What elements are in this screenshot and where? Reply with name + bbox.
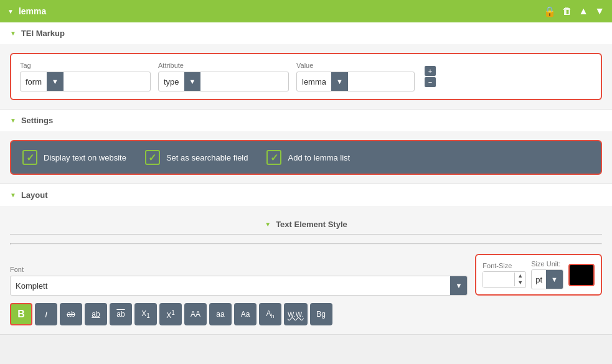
minus-button[interactable]: − [425, 77, 436, 87]
lock-icon[interactable]: 🔒 [544, 6, 556, 17]
value-dropdown-button[interactable]: ▼ [331, 72, 348, 91]
layout-body: ▼ Text Element Style Font Komplett ▼ [0, 206, 612, 334]
layout-collapse-icon[interactable]: ▼ [10, 192, 16, 198]
font-value: Komplett [11, 278, 450, 294]
bold-icon: B [17, 309, 25, 320]
underline-button[interactable]: ab [85, 303, 107, 325]
display-text-checkbox[interactable] [22, 150, 37, 165]
uppercase-icon: AA [191, 310, 200, 319]
plus-button[interactable]: + [425, 66, 436, 76]
searchable-field-item: Set as searchable field [145, 150, 248, 165]
capitalize-button[interactable]: Aa [234, 303, 257, 325]
italic-button[interactable]: I [35, 303, 57, 325]
font-size-input[interactable]: 16 [483, 272, 514, 287]
header-right: 🔒 🗑 ▲ ▼ [544, 6, 605, 17]
searchable-field-checkbox[interactable] [145, 150, 160, 165]
tag-dropdown-button[interactable]: ▼ [47, 72, 64, 91]
value-field-group: Value lemma ▼ [296, 62, 415, 91]
layout-header: ▼ Layout [0, 184, 612, 206]
font-size-input-wrap: 16 ▲ ▼ [483, 271, 526, 288]
capitalize-icon: Aa [241, 310, 250, 319]
highlight-button[interactable]: Ah [259, 303, 281, 325]
searchable-field-label: Set as searchable field [166, 153, 248, 162]
layout-section: ▼ Layout ▼ Text Element Style Font Kompl… [0, 184, 612, 335]
attribute-dropdown-button[interactable]: ▼ [184, 72, 201, 91]
overline-icon: ab [116, 310, 125, 319]
tag-value: form [21, 73, 47, 90]
header-left: ▼ lemma [7, 6, 46, 16]
value-label: Value [296, 62, 415, 69]
move-up-icon[interactable]: ▲ [578, 6, 588, 17]
lemma-list-item: Add to lemma list [266, 150, 350, 165]
settings-box: Display text on website Set as searchabl… [10, 140, 602, 175]
text-element-style-header: ▼ Text Element Style [10, 215, 602, 235]
italic-icon: I [45, 310, 47, 319]
overline-button[interactable]: ab [110, 303, 132, 325]
superscript-button[interactable]: X1 [159, 303, 182, 325]
lemma-list-checkbox[interactable] [266, 150, 281, 165]
tei-markup-body: Tag form ▼ Attribute type ▼ Valu [0, 44, 612, 109]
tes-collapse-icon[interactable]: ▼ [265, 221, 271, 228]
settings-header: ▼ Settings [0, 110, 612, 131]
tei-markup-section: ▼ TEI Markup Tag form ▼ Attribute type [0, 22, 612, 110]
subscript-button[interactable]: X1 [134, 303, 157, 325]
lowercase-icon: aa [216, 310, 224, 319]
header-title: lemma [19, 6, 46, 16]
display-text-item: Display text on website [22, 150, 126, 165]
font-row: Font Komplett ▼ Font-Size 16 ▲ [10, 254, 602, 296]
strikethrough-button[interactable]: ab [60, 303, 82, 325]
font-size-field: Font-Size 16 ▲ ▼ [483, 262, 526, 288]
strikethrough-icon: ab [67, 310, 75, 319]
font-label: Font [10, 266, 468, 273]
tei-markup-header: ▼ TEI Markup [0, 22, 612, 44]
tag-select-wrapper: form ▼ [20, 72, 151, 91]
uppercase-button[interactable]: AA [184, 303, 207, 325]
attribute-label: Attribute [158, 62, 289, 69]
settings-label: Settings [21, 116, 53, 125]
font-size-down-button[interactable]: ▼ [515, 279, 525, 286]
layout-label: Layout [21, 190, 48, 200]
highlight-icon: Ah [266, 309, 274, 319]
tei-collapse-icon[interactable]: ▼ [10, 30, 16, 37]
settings-section: ▼ Settings Display text on website Set a… [0, 110, 612, 184]
attribute-value: type [159, 73, 184, 90]
tag-field-group: Tag form ▼ [20, 62, 151, 91]
settings-body: Display text on website Set as searchabl… [0, 131, 612, 184]
word-wrap-button[interactable]: W.W. [284, 303, 308, 325]
move-down-icon[interactable]: ▼ [595, 6, 605, 17]
font-size-group: Font-Size 16 ▲ ▼ Size Unit: pt [475, 254, 602, 296]
trash-icon[interactable]: 🗑 [562, 6, 572, 17]
font-select-wrapper: Komplett ▼ [10, 276, 468, 296]
collapse-arrow-icon[interactable]: ▼ [7, 8, 14, 15]
superscript-icon: X1 [166, 309, 175, 320]
value-select-wrapper: lemma ▼ [296, 72, 415, 91]
size-unit-dropdown-button[interactable]: ▼ [546, 270, 563, 289]
background-button[interactable]: Bg [310, 303, 332, 325]
display-text-label: Display text on website [44, 153, 126, 162]
underline-icon: ab [92, 310, 100, 319]
header-bar: ▼ lemma 🔒 🗑 ▲ ▼ [0, 0, 612, 22]
background-icon: Bg [316, 310, 326, 319]
bold-button[interactable]: B [10, 303, 32, 325]
lowercase-button[interactable]: aa [209, 303, 232, 325]
subscript-icon: X1 [141, 309, 150, 319]
plus-minus-group: + − [425, 66, 436, 87]
size-unit-field: Size Unit: pt ▼ [531, 260, 563, 289]
word-wrap-icon: W.W. [288, 310, 304, 318]
font-dropdown-button[interactable]: ▼ [450, 276, 467, 295]
divider [10, 243, 602, 245]
attribute-select-wrapper: type ▼ [158, 72, 289, 91]
main-content: ▼ TEI Markup Tag form ▼ Attribute type [0, 22, 612, 335]
lemma-list-label: Add to lemma list [288, 153, 350, 162]
value-value: lemma [297, 73, 331, 90]
settings-collapse-icon[interactable]: ▼ [10, 117, 16, 124]
font-size-label: Font-Size [483, 262, 526, 269]
color-swatch[interactable] [568, 264, 595, 286]
attribute-field-group: Attribute type ▼ [158, 62, 289, 91]
font-group: Font Komplett ▼ [10, 266, 468, 296]
size-unit-label: Size Unit: [531, 260, 563, 268]
size-unit-select-wrap: pt ▼ [531, 269, 563, 289]
font-size-up-button[interactable]: ▲ [515, 273, 525, 279]
size-unit-value: pt [532, 272, 546, 287]
tei-markup-label: TEI Markup [21, 29, 65, 38]
